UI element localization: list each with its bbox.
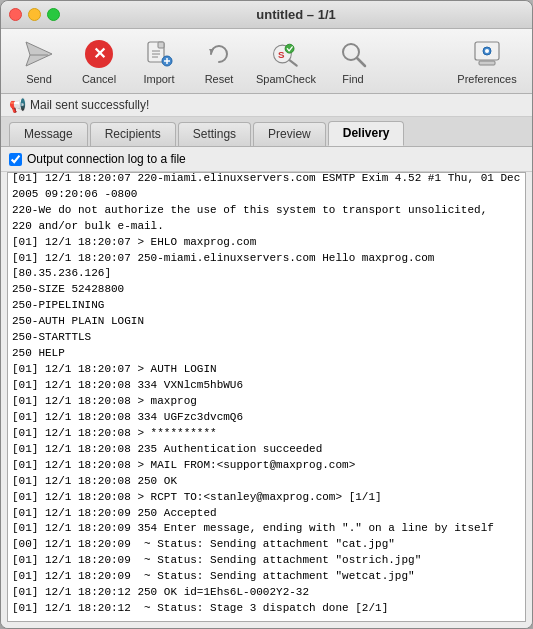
tab-settings[interactable]: Settings [178, 122, 251, 146]
find-button[interactable]: Find [325, 35, 381, 87]
spamcheck-icon: S [270, 38, 302, 70]
output-log-checkbox-row: Output connection log to a file [1, 147, 532, 172]
tab-recipients[interactable]: Recipients [90, 122, 176, 146]
output-log-checkbox[interactable] [9, 153, 22, 166]
tabs-bar: Message Recipients Settings Preview Deli… [1, 117, 532, 147]
import-button[interactable]: Import [131, 35, 187, 87]
toolbar: Send ✕ Cancel Im [1, 29, 532, 94]
svg-line-15 [357, 58, 365, 66]
send-label: Send [26, 73, 52, 85]
tab-delivery[interactable]: Delivery [328, 121, 405, 146]
svg-rect-17 [479, 61, 495, 65]
cancel-icon: ✕ [83, 38, 115, 70]
preferences-button[interactable]: Preferences [452, 35, 522, 87]
reset-button[interactable]: Reset [191, 35, 247, 87]
tab-preview[interactable]: Preview [253, 122, 326, 146]
content-area: Output connection log to a file [01] 12/… [1, 147, 532, 628]
find-label: Find [342, 73, 363, 85]
traffic-lights [9, 8, 60, 21]
send-button[interactable]: Send [11, 35, 67, 87]
preferences-label: Preferences [457, 73, 516, 85]
main-window: untitled – 1/1 Send ✕ Cancel [0, 0, 533, 629]
spamcheck-button[interactable]: S SpamCheck [251, 35, 321, 87]
svg-rect-3 [158, 42, 164, 48]
window-title: untitled – 1/1 [68, 7, 524, 22]
import-label: Import [143, 73, 174, 85]
reset-icon [203, 38, 235, 70]
cancel-button[interactable]: ✕ Cancel [71, 35, 127, 87]
titlebar: untitled – 1/1 [1, 1, 532, 29]
reset-label: Reset [205, 73, 234, 85]
spamcheck-label: SpamCheck [256, 73, 316, 85]
svg-text:S: S [278, 48, 285, 59]
close-button[interactable] [9, 8, 22, 21]
status-message: Mail sent successfully! [30, 98, 149, 112]
send-icon [23, 38, 55, 70]
find-icon [337, 38, 369, 70]
log-output[interactable]: [01] 12/1 18:20:04 --> Connecting socket… [7, 172, 526, 622]
output-log-label: Output connection log to a file [27, 152, 186, 166]
svg-marker-0 [26, 42, 52, 66]
cancel-label: Cancel [82, 73, 116, 85]
minimize-button[interactable] [28, 8, 41, 21]
tab-message[interactable]: Message [9, 122, 88, 146]
import-icon [143, 38, 175, 70]
svg-point-13 [285, 44, 294, 53]
status-bar: 📢 Mail sent successfully! [1, 94, 532, 117]
svg-point-19 [485, 49, 489, 53]
speaker-icon: 📢 [9, 97, 26, 113]
preferences-icon [471, 38, 503, 70]
svg-marker-10 [209, 49, 214, 54]
maximize-button[interactable] [47, 8, 60, 21]
